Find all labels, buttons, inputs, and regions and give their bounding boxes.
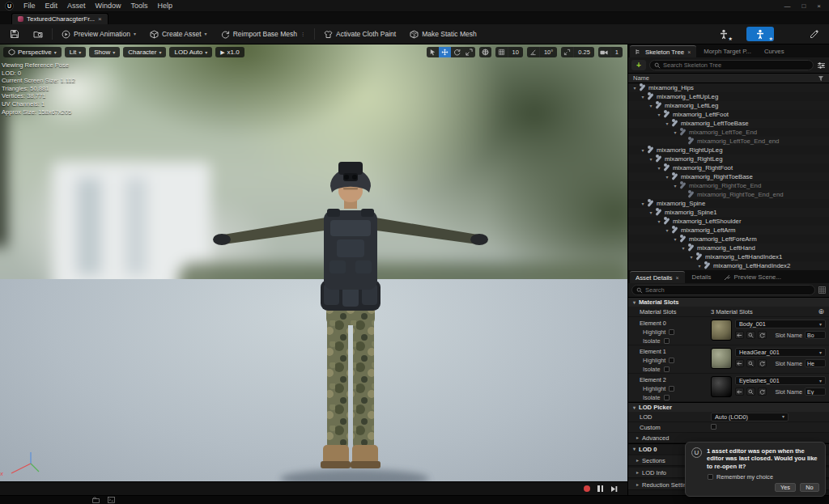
settings-sliders-icon[interactable]: [817, 61, 826, 70]
lit-dropdown[interactable]: Lit ▾: [65, 47, 86, 57]
material-thumbnail[interactable]: [711, 376, 732, 397]
tab-curves[interactable]: Curves: [759, 45, 790, 57]
slot-name-input[interactable]: [805, 388, 826, 396]
browse-to-asset-button[interactable]: [746, 331, 755, 339]
use-selected-asset-button[interactable]: [735, 359, 744, 367]
rotation-snap-value[interactable]: 10°: [539, 47, 557, 57]
material-asset-dropdown[interactable]: HeadGear_001 ▾: [735, 348, 826, 357]
expand-arrow-icon[interactable]: ▾: [656, 165, 662, 171]
material-asset-dropdown[interactable]: Body_001 ▾: [735, 320, 826, 328]
tab-preview-scene-settings[interactable]: Preview Scene...: [718, 271, 787, 283]
expand-arrow-icon[interactable]: ▾: [672, 129, 678, 135]
custom-checkbox[interactable]: [711, 424, 716, 430]
view-options-icon[interactable]: [818, 286, 826, 294]
expand-arrow-icon[interactable]: ▾: [656, 218, 662, 224]
content-drawer-icon[interactable]: [92, 497, 100, 503]
slot-name-input[interactable]: [805, 359, 826, 367]
slot-name-input[interactable]: [805, 331, 826, 339]
bone-row[interactable]: ▾mixamorig_LeftArm: [628, 226, 829, 235]
camera-speed-value[interactable]: 1: [610, 47, 623, 57]
bone-row[interactable]: ▾mixamorig_LeftForeArm: [628, 235, 829, 244]
isolate-checkbox[interactable]: [664, 395, 670, 400]
isolate-checkbox[interactable]: [664, 366, 670, 372]
create-asset-button[interactable]: Create Asset ▾: [145, 27, 212, 41]
expand-arrow-icon[interactable]: ▾: [680, 245, 687, 251]
asset-editor-tab[interactable]: TexturedCharacgterFr... ×: [11, 13, 108, 24]
add-bone-button[interactable]: +: [631, 60, 646, 70]
pause-button[interactable]: [597, 485, 603, 492]
browse-to-asset-button[interactable]: [746, 359, 755, 367]
edit-skeleton-button[interactable]: ★: [746, 27, 774, 41]
preview-animation-button[interactable]: Preview Animation ▾: [57, 27, 141, 41]
material-asset-dropdown[interactable]: Eyelashes_001 ▾: [735, 376, 826, 385]
bone-row[interactable]: ▾mixamorig_Spine: [628, 199, 829, 208]
playback-speed-button[interactable]: ▶ x1.0: [215, 47, 244, 57]
close-window-button[interactable]: ×: [817, 2, 821, 10]
tab-asset-details[interactable]: Asset Details ×: [630, 271, 685, 283]
reset-to-default-button[interactable]: [758, 388, 767, 396]
details-search-input[interactable]: [645, 286, 810, 294]
grid-snap-toggle[interactable]: [495, 47, 508, 57]
bone-row[interactable]: ▾mixamorig_LeftShoulder: [628, 217, 829, 226]
name-column-header[interactable]: Name: [628, 73, 829, 83]
bone-row[interactable]: ▾mixamorig_LeftUpLeg: [628, 92, 829, 101]
lod-picker-section-header[interactable]: ▾ LOD Picker: [628, 402, 829, 412]
scale-snap-value[interactable]: 0.25: [573, 47, 594, 57]
3d-viewport[interactable]: Perspective ▾ Lit ▾ Show ▾ Character ▾ L…: [0, 44, 627, 495]
bone-row[interactable]: ▾mixamorig_RightLeg: [628, 155, 829, 163]
expand-arrow-icon[interactable]: ▾: [631, 85, 638, 91]
bone-row[interactable]: ▾mixamorig_LeftToe_End: [628, 128, 829, 137]
make-static-mesh-button[interactable]: Make Static Mesh: [405, 27, 482, 41]
save-button[interactable]: [5, 27, 24, 41]
close-tab-icon[interactable]: ×: [687, 49, 691, 55]
show-dropdown[interactable]: Show ▾: [89, 47, 120, 57]
preview-mesh-button[interactable]: ★: [714, 27, 733, 41]
world-local-toggle[interactable]: [479, 47, 491, 57]
step-forward-button[interactable]: [610, 485, 618, 493]
menu-file[interactable]: File: [23, 2, 36, 10]
reset-to-default-button[interactable]: [758, 359, 767, 367]
bone-row[interactable]: ▾mixamorig_LeftHand: [628, 244, 829, 252]
expand-arrow-icon[interactable]: ▾: [664, 174, 670, 180]
no-button[interactable]: No: [800, 483, 819, 492]
expand-arrow-icon[interactable]: ▾: [640, 94, 646, 100]
activate-cloth-paint-button[interactable]: Activate Cloth Paint: [319, 27, 401, 41]
menu-window[interactable]: Window: [96, 2, 121, 10]
close-tab-icon[interactable]: ×: [98, 15, 102, 23]
material-thumbnail[interactable]: [711, 348, 732, 369]
menu-tools[interactable]: Tools: [131, 2, 148, 10]
grid-snap-value[interactable]: 10: [508, 47, 523, 57]
bone-row[interactable]: ▾mixamorig_LeftFoot: [628, 110, 829, 119]
bone-row[interactable]: ▾mixamorig_RightFoot: [628, 163, 829, 172]
maximize-button[interactable]: □: [801, 2, 806, 10]
expand-arrow-icon[interactable]: ▾: [656, 112, 662, 117]
filter-icon[interactable]: [818, 75, 824, 82]
expand-arrow-icon[interactable]: ▾: [688, 254, 695, 260]
yes-button[interactable]: Yes: [775, 483, 796, 492]
expand-arrow-icon[interactable]: ▾: [648, 103, 654, 108]
menu-edit[interactable]: Edit: [45, 2, 58, 10]
rotate-tool-button[interactable]: [451, 47, 463, 57]
material-slots-section-header[interactable]: ▾ Material Slots: [628, 297, 829, 307]
expand-arrow-icon[interactable]: ▾: [640, 147, 646, 153]
minimize-button[interactable]: —: [784, 2, 790, 10]
expand-arrow-icon[interactable]: ▾: [672, 236, 678, 242]
bone-row[interactable]: mixamorig_LeftToe_End_end: [628, 137, 829, 146]
close-tab-icon[interactable]: ×: [676, 275, 679, 281]
browse-content-button[interactable]: [28, 27, 48, 41]
reimport-base-mesh-button[interactable]: Reimport Base Mesh ⋮: [216, 27, 310, 41]
lod-auto-dropdown[interactable]: LOD Auto ▾: [169, 47, 212, 57]
bone-row[interactable]: mixamorig_RightToe_End_end: [628, 190, 829, 199]
lod-dropdown[interactable]: Auto (LOD0)▾: [711, 413, 789, 421]
expand-arrow-icon[interactable]: ▾: [648, 210, 654, 215]
expand-arrow-icon[interactable]: ▾: [664, 121, 670, 126]
bone-row[interactable]: ▾mixamorig_RightToeBase: [628, 172, 829, 181]
skeleton-search-input[interactable]: [663, 61, 809, 69]
tab-skeleton-tree[interactable]: Skeleton Tree ×: [630, 45, 696, 57]
reset-to-default-button[interactable]: [758, 331, 767, 339]
bone-row[interactable]: ▾mixamorig_LeftToeBase: [628, 119, 829, 128]
scale-snap-toggle[interactable]: [561, 47, 573, 57]
output-log-icon[interactable]: [108, 497, 115, 503]
character-dropdown[interactable]: Character ▾: [123, 47, 166, 57]
bone-row[interactable]: ▾mixamorig_RightUpLeg: [628, 146, 829, 155]
